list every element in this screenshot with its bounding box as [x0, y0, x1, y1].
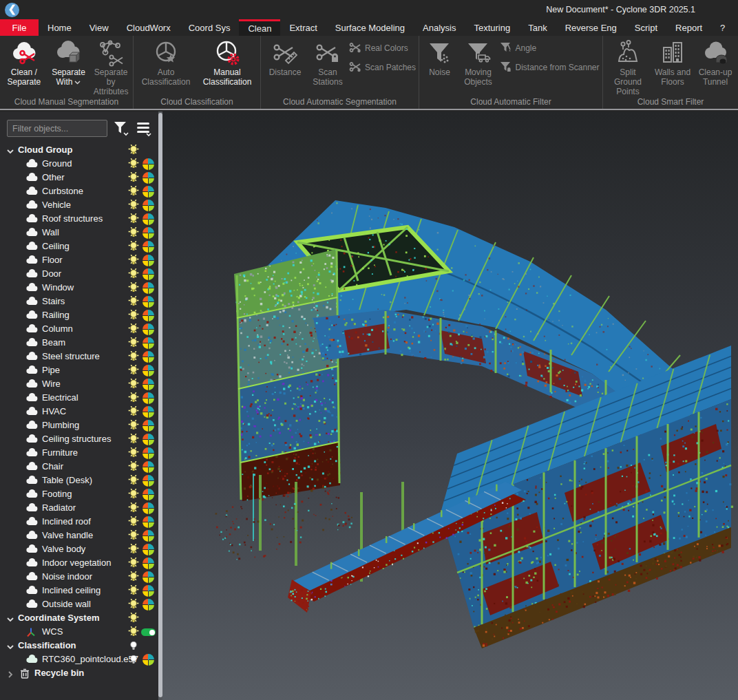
class-colors-pie-icon[interactable]: [143, 420, 154, 432]
class-colors-pie-icon[interactable]: [143, 282, 154, 294]
tab-tank[interactable]: Tank: [519, 19, 556, 36]
visibility-bulb-icon[interactable]: [128, 186, 139, 197]
tab-clean[interactable]: Clean: [239, 19, 280, 36]
visibility-bulb-icon[interactable]: [128, 324, 139, 335]
class-colors-pie-icon[interactable]: [143, 213, 154, 225]
tree-item-stairs[interactable]: Stairs: [0, 295, 158, 308]
tree-item-coordinate-system[interactable]: Coordinate System: [0, 611, 158, 625]
ribbon-button-scan-stations[interactable]: Scan Stations: [306, 38, 349, 96]
class-colors-pie-icon[interactable]: [143, 227, 154, 239]
visibility-bulb-icon[interactable]: [128, 530, 139, 541]
class-colors-pie-icon[interactable]: [143, 255, 154, 266]
class-colors-pie-icon[interactable]: [143, 186, 154, 198]
tab-script[interactable]: Script: [626, 19, 666, 36]
tab-texturing[interactable]: Texturing: [465, 19, 519, 36]
visibility-bulb-icon[interactable]: [128, 172, 139, 183]
class-colors-pie-icon[interactable]: [143, 475, 154, 487]
tab-file[interactable]: File: [0, 19, 39, 36]
tree-item-cloud-group[interactable]: Cloud Group: [0, 143, 158, 157]
visibility-bulb-icon[interactable]: [128, 626, 139, 637]
visibility-bulb-icon[interactable]: [128, 558, 139, 569]
expander-right-icon[interactable]: [6, 669, 14, 677]
tree-item-window[interactable]: Window: [0, 281, 158, 295]
visibility-bulb-icon[interactable]: [128, 268, 139, 279]
tree-item-curbstone[interactable]: Curbstone: [0, 184, 158, 198]
point-cloud-canvas[interactable]: [162, 112, 738, 700]
tree-item-chair[interactable]: Chair: [0, 460, 158, 474]
tree-item-floor[interactable]: Floor: [0, 253, 158, 267]
visibility-bulb-icon[interactable]: [128, 640, 139, 651]
ribbon-button-moving-objects[interactable]: Moving Objects: [456, 38, 499, 96]
tree-item-wcs[interactable]: WCS: [0, 625, 158, 639]
tree-item-hvac[interactable]: HVAC: [0, 405, 158, 418]
class-colors-pie-icon[interactable]: [143, 544, 154, 555]
visibility-bulb-icon[interactable]: [128, 158, 139, 169]
tree-item-ground[interactable]: Ground: [0, 157, 158, 171]
ribbon-button-manual-classification[interactable]: Manual Classification: [196, 38, 258, 96]
class-colors-pie-icon[interactable]: [143, 558, 154, 569]
visibility-bulb-icon[interactable]: [128, 379, 139, 390]
tab-cloudworx[interactable]: CloudWorx: [118, 19, 180, 36]
ribbon-button-separate-by-attributes[interactable]: Separate by Attributes: [89, 38, 133, 96]
class-colors-pie-icon[interactable]: [143, 434, 154, 445]
visibility-bulb-icon[interactable]: [128, 296, 139, 307]
tab-home[interactable]: Home: [39, 19, 81, 36]
visibility-bulb-icon[interactable]: [128, 310, 139, 321]
tree-item-valve-handle[interactable]: Valve handle: [0, 529, 158, 542]
tab-extract[interactable]: Extract: [280, 19, 326, 36]
filter-funnel-icon[interactable]: [112, 120, 130, 138]
class-colors-pie-icon[interactable]: [143, 447, 154, 459]
tree-item-rtc360-pointcloud-e57[interactable]: RTC360_pointcloud.e57: [0, 653, 158, 666]
ribbon-button-real-colors[interactable]: Real Colors: [349, 41, 416, 55]
tree-item-plumbing[interactable]: Plumbing: [0, 418, 158, 432]
tree-item-furniture[interactable]: Furniture: [0, 446, 158, 460]
class-colors-pie-icon[interactable]: [143, 516, 154, 528]
ribbon-button-walls-and-floors[interactable]: Walls and Floors: [651, 38, 695, 96]
class-colors-pie-icon[interactable]: [143, 461, 154, 473]
class-colors-pie-icon[interactable]: [143, 241, 154, 253]
tab-coord-sys[interactable]: Coord Sys: [180, 19, 240, 36]
tree-item-beam[interactable]: Beam: [0, 336, 158, 350]
tree-item-recycle-bin[interactable]: Recycle bin: [0, 666, 158, 680]
tab-view[interactable]: View: [81, 19, 118, 36]
visibility-bulb-icon[interactable]: [128, 282, 139, 293]
visibility-bulb-icon[interactable]: [128, 654, 139, 665]
visibility-bulb-icon[interactable]: [128, 544, 139, 555]
tree-item-vehicle[interactable]: Vehicle: [0, 198, 158, 212]
back-icon[interactable]: ❮: [5, 3, 19, 17]
class-colors-pie-icon[interactable]: [143, 392, 154, 404]
class-colors-pie-icon[interactable]: [143, 310, 154, 321]
tree-item-steel-structure[interactable]: Steel structure: [0, 350, 158, 363]
tab-reverse-eng[interactable]: Reverse Eng: [556, 19, 626, 36]
visibility-bulb-icon[interactable]: [128, 613, 139, 624]
class-colors-pie-icon[interactable]: [143, 406, 154, 418]
tree-item-radiator[interactable]: Radiator: [0, 501, 158, 515]
class-colors-pie-icon[interactable]: [143, 324, 154, 335]
class-colors-pie-icon[interactable]: [143, 489, 154, 500]
visibility-bulb-icon[interactable]: [128, 337, 139, 348]
visibility-bulb-icon[interactable]: [128, 585, 139, 596]
class-colors-pie-icon[interactable]: [143, 530, 154, 542]
visibility-bulb-icon[interactable]: [128, 599, 139, 610]
tree-item-other[interactable]: Other: [0, 171, 158, 184]
tree-item-classification[interactable]: Classification: [0, 639, 158, 653]
visibility-bulb-icon[interactable]: [128, 200, 139, 211]
class-colors-pie-icon[interactable]: [143, 158, 154, 170]
visibility-bulb-icon[interactable]: [128, 571, 139, 582]
ribbon-button-angle[interactable]: Angle: [499, 41, 599, 55]
class-colors-pie-icon[interactable]: [143, 654, 154, 666]
tree-item-valve-body[interactable]: Valve body: [0, 542, 158, 556]
visibility-bulb-icon[interactable]: [128, 227, 139, 238]
tab-analysis[interactable]: Analysis: [414, 19, 465, 36]
tree-item-outside-wall[interactable]: Outside wall: [0, 597, 158, 611]
tree-item-roof-structures[interactable]: Roof structures: [0, 212, 158, 226]
tab-report[interactable]: Report: [666, 19, 711, 36]
tree-item-noise-indoor[interactable]: Noise indoor: [0, 570, 158, 584]
visibility-bulb-icon[interactable]: [128, 489, 139, 500]
ribbon-button-scan-patches[interactable]: Scan Patches: [349, 61, 416, 74]
ribbon-button-distance[interactable]: Distance: [264, 38, 306, 96]
visibility-bulb-icon[interactable]: [128, 406, 139, 417]
visibility-bulb-icon[interactable]: [128, 447, 139, 458]
visibility-bulb-icon[interactable]: [128, 516, 139, 527]
class-colors-pie-icon[interactable]: [143, 585, 154, 597]
